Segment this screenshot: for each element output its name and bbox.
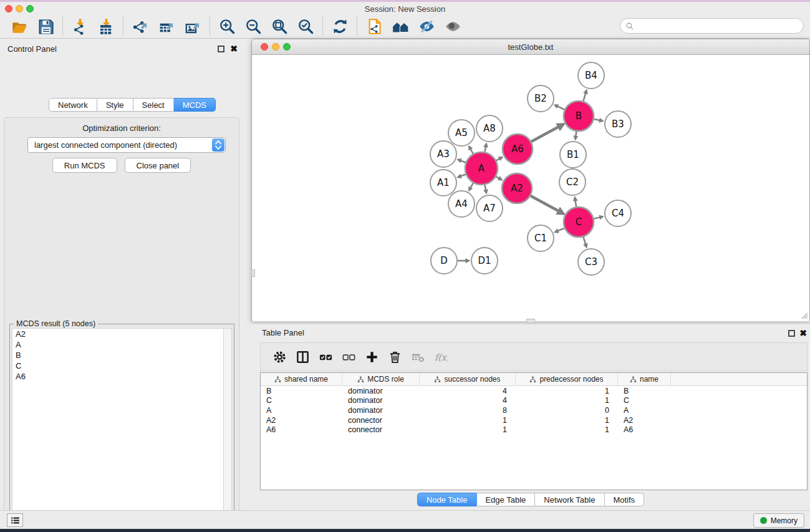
import-table-icon[interactable] (93, 16, 119, 37)
table-row[interactable]: A6connector11A6 (261, 425, 807, 435)
column-view-icon[interactable] (291, 346, 314, 368)
node-A1[interactable]: A1 (430, 170, 456, 196)
refresh-icon[interactable] (327, 16, 353, 37)
edge-C-C1[interactable] (555, 228, 564, 232)
column-header-predecessor-nodes[interactable]: predecessor nodes (516, 373, 618, 385)
tab-select[interactable]: Select (133, 98, 174, 112)
result-item[interactable]: A6 (12, 371, 223, 382)
column-header-MCDS-role[interactable]: MCDS role (342, 373, 420, 385)
column-header-successor-nodes[interactable]: successor nodes (420, 373, 516, 385)
network-canvas[interactable]: B4B2BB3A5A8A6A3B1AA1C2A2A4A7C4CC1C3DD1 (253, 56, 809, 321)
float-table-panel-icon[interactable] (788, 330, 795, 337)
node-A7[interactable]: A7 (476, 195, 503, 221)
splitter-grip-left[interactable] (251, 269, 255, 277)
select-all-icon[interactable] (314, 346, 337, 368)
zoom-selected-icon[interactable] (292, 16, 319, 37)
edge-A6-B[interactable] (531, 124, 563, 142)
table-row[interactable]: Cdominator41C (261, 396, 807, 406)
node-A8[interactable]: A8 (476, 115, 503, 142)
node-A2[interactable]: A2 (502, 173, 532, 203)
table-row[interactable]: A2connector11A2 (261, 415, 807, 425)
delete-table-icon[interactable] (407, 346, 430, 368)
node-A[interactable]: A (465, 152, 498, 185)
export-network-icon[interactable] (127, 16, 153, 37)
node-A6[interactable]: A6 (503, 134, 533, 164)
result-item[interactable]: A2 (12, 329, 223, 339)
node-B1[interactable]: B1 (560, 142, 586, 168)
memory-button[interactable]: Memory (753, 513, 804, 528)
search-input[interactable] (634, 20, 803, 32)
edge-A-A2[interactable] (496, 177, 502, 180)
edge-A-A8[interactable] (485, 144, 486, 152)
node-A5[interactable]: A5 (448, 120, 475, 146)
tab-motifs[interactable]: Motifs (604, 493, 644, 506)
result-scrollbar[interactable] (223, 328, 232, 531)
deselect-all-icon[interactable] (337, 346, 360, 368)
edge-A-A3[interactable] (458, 160, 465, 163)
node-B2[interactable]: B2 (528, 85, 554, 112)
node-C1[interactable]: C1 (528, 225, 554, 251)
close-panel-button[interactable]: Close panel (125, 158, 191, 173)
node-C2[interactable]: C2 (559, 169, 586, 195)
task-history-button[interactable] (7, 513, 23, 527)
table-options-icon[interactable] (268, 346, 291, 368)
save-icon[interactable] (32, 16, 59, 37)
node-A4[interactable]: A4 (448, 191, 475, 217)
node-C3[interactable]: C3 (578, 249, 604, 275)
edge-A-A1[interactable] (458, 175, 465, 178)
result-item[interactable]: C (12, 360, 223, 371)
tab-network-table[interactable]: Network Table (535, 493, 604, 506)
hide-selected-icon[interactable] (413, 16, 440, 37)
node-A3[interactable]: A3 (430, 141, 456, 167)
close-table-panel-icon[interactable]: ✖ (799, 328, 807, 338)
edge-A2-C[interactable] (531, 196, 564, 214)
close-panel-icon[interactable]: ✖ (230, 44, 238, 54)
zoom-in-icon[interactable] (214, 16, 240, 37)
zoom-out-icon[interactable] (240, 16, 266, 37)
network-from-file-icon[interactable] (361, 16, 387, 37)
criterion-dropdown[interactable]: largest connected component (directed) (27, 137, 226, 153)
node-C4[interactable]: C4 (605, 200, 631, 226)
export-image-icon[interactable] (180, 16, 206, 37)
node-B[interactable]: B (564, 101, 594, 131)
resize-grip-icon[interactable] (800, 311, 808, 319)
splitter-grip-bottom[interactable] (526, 319, 535, 323)
edge-C-C2[interactable] (575, 198, 576, 207)
home-icon[interactable] (387, 16, 413, 37)
node-C[interactable]: C (564, 207, 594, 237)
node-B3[interactable]: B3 (605, 111, 631, 137)
show-all-icon[interactable] (440, 16, 466, 37)
tab-style[interactable]: Style (97, 98, 133, 112)
open-icon[interactable] (6, 16, 32, 37)
edge-A-A4[interactable] (469, 183, 473, 191)
edge-A-A6[interactable] (496, 157, 503, 160)
edge-B-B2[interactable] (555, 105, 565, 109)
result-item[interactable]: B (12, 350, 223, 360)
edge-B-B1[interactable] (576, 132, 577, 140)
tab-node-table[interactable]: Node Table (417, 493, 477, 506)
import-network-icon[interactable] (67, 16, 93, 37)
column-header-name[interactable]: name (618, 373, 671, 385)
result-item[interactable]: A (12, 339, 223, 350)
network-window-titlebar[interactable]: testGlobe.txt (252, 39, 809, 55)
function-builder-icon[interactable]: f(x) (430, 346, 453, 368)
edge-A-A5[interactable] (469, 147, 473, 154)
table-row[interactable]: Adominator80A (261, 405, 807, 415)
column-header-shared-name[interactable]: shared name (261, 373, 342, 385)
tab-mcds[interactable]: MCDS (174, 98, 216, 112)
export-table-icon[interactable] (153, 16, 180, 37)
edge-B-B4[interactable] (583, 90, 586, 101)
network-graph[interactable]: B4B2BB3A5A8A6A3B1AA1C2A2A4A7C4CC1C3DD1 (253, 56, 809, 321)
delete-column-icon[interactable] (383, 346, 407, 368)
search-field[interactable] (620, 18, 804, 34)
float-panel-icon[interactable] (218, 46, 224, 52)
run-mcds-button[interactable]: Run MCDS (52, 158, 117, 173)
zoom-fit-icon[interactable] (266, 16, 292, 37)
node-D1[interactable]: D1 (471, 248, 498, 274)
node-D[interactable]: D (431, 248, 457, 274)
tab-edge-table[interactable]: Edge Table (476, 493, 535, 506)
edge-C-C3[interactable] (584, 237, 587, 247)
edge-B-B3[interactable] (594, 119, 603, 121)
edge-C-C4[interactable] (594, 216, 602, 218)
edge-A-A7[interactable] (485, 185, 486, 193)
